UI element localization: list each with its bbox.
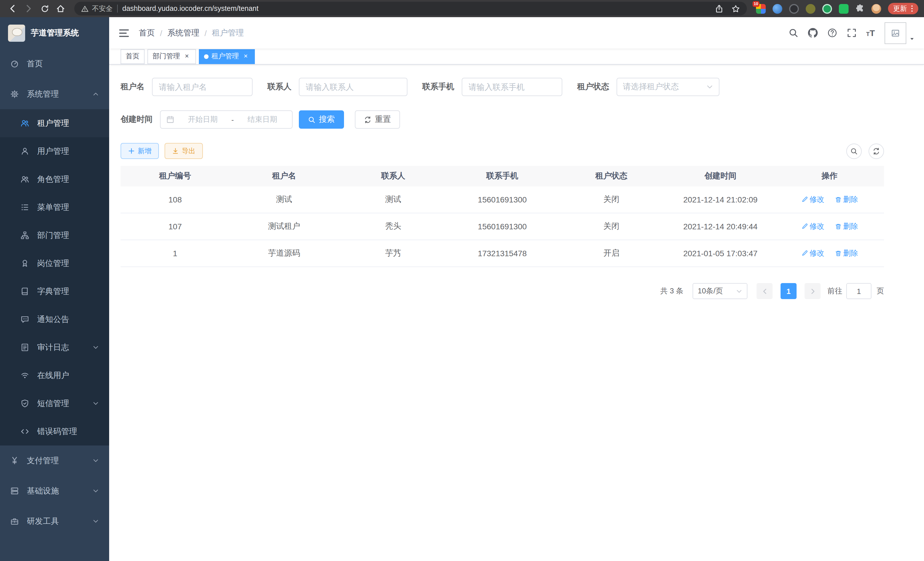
back-button[interactable] [6, 2, 20, 15]
user-menu[interactable] [885, 22, 915, 44]
page-size-select[interactable]: 10条/页 [693, 283, 747, 299]
search-button[interactable]: 搜索 [299, 110, 344, 129]
chevron-down-icon [93, 344, 99, 350]
create-time-label: 创建时间 [121, 114, 153, 125]
sidebar-group-pay[interactable]: 支付管理 [0, 445, 109, 476]
url-text: dashboard.yudao.iocoder.cn/system/tenant [122, 5, 710, 13]
next-page-button[interactable] [805, 283, 820, 299]
cell-created: 2021-12-14 20:49:44 [666, 222, 775, 231]
logo[interactable]: 芋道管理系统 [0, 17, 109, 49]
edit-icon [801, 196, 808, 203]
cell-actions: 修改 删除 [775, 194, 884, 205]
bookmark-star-icon[interactable] [731, 4, 740, 13]
extension-icon[interactable] [772, 4, 782, 14]
search-icon[interactable] [788, 28, 798, 38]
fullscreen-icon[interactable] [847, 28, 856, 38]
reload-button[interactable] [38, 2, 51, 15]
github-icon[interactable] [808, 28, 818, 38]
download-icon [172, 147, 179, 154]
delete-link[interactable]: 删除 [835, 194, 858, 205]
security-chip[interactable]: 不安全 [81, 4, 112, 14]
breadcrumb-separator: / [160, 28, 162, 38]
cell-contact: 芋艿 [339, 248, 448, 259]
sidebar-item-user[interactable]: 用户管理 [0, 137, 109, 165]
breadcrumb-item[interactable]: 首页 [139, 28, 155, 38]
tab-tenant[interactable]: 租户管理 × [199, 49, 255, 64]
close-icon[interactable]: × [183, 53, 191, 60]
extension-icon[interactable]: 10 [756, 4, 766, 14]
cell-status: 关闭 [557, 221, 666, 232]
logo-image [8, 24, 25, 41]
sidebar-toggle-icon[interactable] [118, 27, 130, 39]
close-icon[interactable]: × [242, 53, 250, 60]
extension-icon[interactable] [789, 4, 799, 14]
sidebar-item-role[interactable]: 角色管理 [0, 165, 109, 193]
caret-down-icon [909, 36, 915, 41]
extension-icon[interactable] [822, 4, 832, 14]
trash-icon [835, 196, 842, 203]
sidebar-item-audit-log[interactable]: 审计日志 [0, 333, 109, 361]
sidebar-item-menu[interactable]: 菜单管理 [0, 193, 109, 221]
share-icon[interactable] [715, 4, 723, 13]
home-button[interactable] [54, 2, 68, 15]
add-button[interactable]: 新增 [121, 143, 159, 159]
tab-dept[interactable]: 部门管理 × [147, 49, 196, 64]
edit-link[interactable]: 修改 [801, 248, 824, 259]
chevron-down-icon [736, 288, 742, 294]
tenant-name-input[interactable] [152, 78, 253, 96]
help-icon[interactable] [827, 28, 837, 38]
browser-update-button[interactable]: 更新 [888, 3, 918, 14]
delete-link[interactable]: 删除 [835, 221, 858, 232]
sidebar-item-errorcode[interactable]: 错误码管理 [0, 417, 109, 445]
infra-icon [10, 487, 19, 495]
forward-button[interactable] [22, 2, 35, 15]
status-select[interactable]: 请选择租户状态 [616, 78, 719, 96]
edit-link[interactable]: 修改 [801, 194, 824, 205]
page-suffix-label: 页 [877, 286, 884, 296]
profile-avatar-icon[interactable] [872, 4, 881, 14]
date-range-picker[interactable]: 开始日期 - 结束日期 [160, 110, 292, 129]
tenant-name-label: 租户名 [121, 82, 145, 92]
contact-input[interactable] [299, 78, 407, 96]
extension-icon[interactable] [839, 4, 849, 14]
sidebar-item-post[interactable]: 岗位管理 [0, 249, 109, 277]
sidebar-item-notice[interactable]: 通知公告 [0, 305, 109, 333]
refresh-table-button[interactable] [868, 143, 884, 159]
sidebar-group-devtool[interactable]: 研发工具 [0, 506, 109, 536]
column-header: 联系人 [339, 171, 448, 181]
avatar[interactable] [885, 22, 906, 44]
extension-icon[interactable] [806, 4, 815, 14]
date-range-separator: - [231, 115, 234, 124]
sidebar-item-dict[interactable]: 字典管理 [0, 277, 109, 305]
delete-link[interactable]: 删除 [835, 248, 858, 259]
sidebar-item-online-user[interactable]: 在线用户 [0, 361, 109, 390]
goto-label: 前往 [827, 286, 842, 296]
sidebar-group-system[interactable]: 系统管理 [0, 79, 109, 109]
address-bar[interactable]: 不安全 dashboard.yudao.iocoder.cn/system/te… [74, 2, 747, 15]
cell-created: 2021-01-05 17:03:47 [666, 249, 775, 258]
column-header: 租户名 [230, 171, 339, 181]
sidebar-item-home[interactable]: 首页 [0, 49, 109, 79]
phone-input[interactable] [462, 78, 562, 96]
sidebar-item-label: 审计日志 [37, 342, 69, 353]
export-button[interactable]: 导出 [165, 143, 203, 159]
sidebar-item-dept[interactable]: 部门管理 [0, 221, 109, 249]
security-chip-label: 不安全 [92, 4, 112, 14]
font-size-icon[interactable]: TT [866, 29, 875, 37]
breadcrumb: 首页 / 系统管理 / 租户管理 [139, 28, 244, 38]
tab-home[interactable]: 首页 [121, 49, 145, 64]
page-number-button[interactable]: 1 [781, 283, 796, 299]
sidebar-item-tenant[interactable]: 租户管理 [0, 109, 109, 137]
pagination: 共 3 条 10条/页 1 前往 页 [121, 283, 884, 299]
sidebar-group-infra[interactable]: 基础设施 [0, 476, 109, 506]
goto-page-input[interactable] [846, 283, 872, 299]
cell-status: 关闭 [557, 194, 666, 205]
edit-link[interactable]: 修改 [801, 221, 824, 232]
prev-page-button[interactable] [757, 283, 772, 299]
sidebar-item-sms[interactable]: 短信管理 [0, 390, 109, 417]
reset-button[interactable]: 重置 [355, 110, 400, 129]
breadcrumb-item[interactable]: 系统管理 [167, 28, 200, 38]
chevron-right-icon [809, 288, 816, 294]
extensions-puzzle-icon[interactable] [855, 4, 865, 13]
toggle-search-button[interactable] [846, 143, 862, 159]
